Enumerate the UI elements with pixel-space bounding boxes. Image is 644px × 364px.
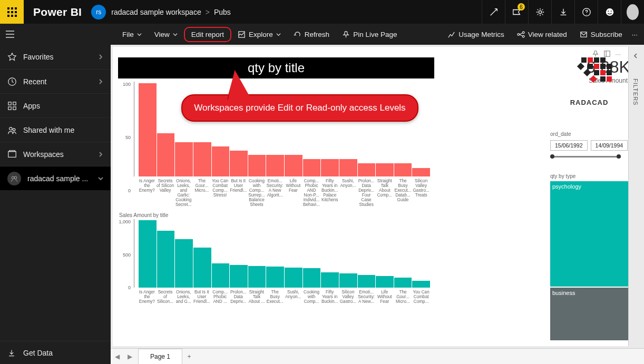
x-tick-label: The Busy Execut... bbox=[266, 290, 284, 304]
sidebar-item-workspaces[interactable]: Workspaces bbox=[0, 142, 111, 166]
bar[interactable] bbox=[139, 220, 157, 288]
bar[interactable] bbox=[157, 133, 175, 176]
sidebar-item-apps[interactable]: Apps bbox=[0, 93, 111, 117]
sidebar-item-shared[interactable]: Shared with me bbox=[0, 117, 111, 142]
svg-point-12 bbox=[608, 11, 609, 12]
bar[interactable] bbox=[139, 83, 157, 176]
x-tick-label: The Gour... Micro... bbox=[394, 290, 412, 304]
bar[interactable] bbox=[230, 265, 248, 288]
bar[interactable] bbox=[175, 239, 193, 288]
bar[interactable] bbox=[230, 151, 248, 176]
slicer-ord-date[interactable]: ord_date 15/06/1992 14/09/1994 bbox=[550, 131, 621, 158]
svg-rect-46 bbox=[607, 76, 612, 82]
svg-rect-8 bbox=[15, 15, 17, 17]
get-data-button[interactable]: Get Data bbox=[0, 341, 111, 364]
bar[interactable] bbox=[412, 281, 430, 288]
bar[interactable] bbox=[157, 231, 175, 288]
svg-rect-27 bbox=[9, 150, 15, 151]
explore-menu[interactable]: Explore bbox=[231, 27, 287, 42]
file-menu[interactable]: File bbox=[116, 27, 148, 42]
bar[interactable] bbox=[212, 146, 230, 176]
bar[interactable] bbox=[358, 275, 376, 288]
chart-sales-amount-by-title[interactable]: 1,0005000 Is Anger the Enemy?Secrets of … bbox=[118, 219, 434, 304]
tab-nav-prev[interactable]: ◀ bbox=[111, 353, 123, 360]
radacad-logo: RADACAD bbox=[558, 57, 621, 106]
svg-rect-2 bbox=[15, 7, 17, 9]
bar[interactable] bbox=[175, 142, 193, 176]
refresh-button[interactable]: Refresh bbox=[287, 27, 336, 42]
x-tick-label: Cooking with Comp... bbox=[303, 290, 320, 304]
treemap-title: qty by type bbox=[550, 173, 621, 179]
subscribe-button[interactable]: Subscribe bbox=[573, 27, 629, 42]
app-launcher-icon[interactable] bbox=[0, 0, 24, 24]
slicer-to-date[interactable]: 14/09/1994 bbox=[591, 140, 628, 151]
tab-page1[interactable]: Page 1 bbox=[138, 349, 182, 364]
pin-live-page-button[interactable]: Pin Live Page bbox=[336, 27, 403, 42]
bar[interactable] bbox=[394, 278, 412, 288]
view-menu[interactable]: View bbox=[148, 27, 184, 42]
bar[interactable] bbox=[303, 159, 321, 176]
usage-metrics-button[interactable]: Usage Metrics bbox=[441, 27, 510, 42]
bar[interactable] bbox=[212, 263, 230, 288]
bar[interactable] bbox=[339, 159, 357, 176]
svg-rect-45 bbox=[600, 76, 606, 82]
bar[interactable] bbox=[321, 159, 339, 176]
x-tick-label: Life Without Fear bbox=[376, 290, 394, 304]
bar[interactable] bbox=[394, 163, 412, 176]
bar[interactable] bbox=[303, 268, 321, 288]
svg-rect-18 bbox=[581, 32, 587, 36]
bar[interactable] bbox=[248, 155, 266, 176]
help-icon[interactable] bbox=[574, 0, 598, 24]
svg-point-24 bbox=[9, 127, 12, 130]
sidebar-item-current-workspace[interactable]: radacad sample ... bbox=[0, 166, 111, 190]
x-tick-label: Onions, Leeks, and Garlic: Cooking Secre… bbox=[174, 179, 192, 207]
feedback-icon[interactable] bbox=[598, 0, 621, 24]
svg-rect-22 bbox=[8, 106, 11, 109]
chart-qty-by-type[interactable]: qty by type psychology business trad_coo… bbox=[550, 173, 621, 320]
slicer-from-date[interactable]: 15/06/1992 bbox=[550, 140, 588, 151]
bar[interactable] bbox=[376, 163, 394, 176]
bar[interactable] bbox=[412, 168, 430, 176]
nav-sidebar: Favorites Recent Apps Shared with me Wor… bbox=[0, 45, 111, 364]
bar[interactable] bbox=[266, 267, 284, 288]
sidebar-item-favorites[interactable]: Favorites bbox=[0, 45, 111, 69]
breadcrumb-report[interactable]: Pubs bbox=[214, 8, 231, 16]
x-tick-label: Silicon Valley Gastro... Treats bbox=[412, 179, 430, 207]
svg-rect-32 bbox=[588, 57, 593, 63]
notification-icon[interactable]: 6 bbox=[505, 0, 528, 24]
tab-add-page[interactable]: + bbox=[182, 353, 196, 360]
filters-pane-toggle[interactable]: FILTERS bbox=[628, 47, 642, 346]
svg-rect-38 bbox=[600, 64, 606, 69]
logo-text: RADACAD bbox=[558, 99, 621, 106]
slicer-handle-left[interactable] bbox=[550, 154, 554, 159]
svg-point-16 bbox=[522, 31, 524, 33]
x-tick-label: The Busy Execut... Datab... Guide bbox=[394, 179, 412, 207]
breadcrumb[interactable]: radacad sample workspace > Pubs bbox=[111, 8, 231, 16]
workspace-icon bbox=[7, 172, 21, 185]
report-canvas: ··· qty by title 100500 Is Anger the Ene… bbox=[113, 47, 642, 346]
bar[interactable] bbox=[285, 268, 303, 288]
tab-nav-next[interactable]: ▶ bbox=[123, 353, 136, 360]
view-related-button[interactable]: View related bbox=[511, 27, 573, 42]
user-avatar[interactable] bbox=[627, 4, 639, 20]
x-tick-label: Straight Talk About ... bbox=[248, 290, 266, 304]
bar[interactable] bbox=[376, 276, 394, 288]
more-options-icon[interactable]: ··· bbox=[629, 27, 641, 42]
bar[interactable] bbox=[285, 155, 303, 176]
sidebar-item-recent[interactable]: Recent bbox=[0, 69, 111, 93]
bar[interactable] bbox=[266, 155, 284, 176]
breadcrumb-workspace[interactable]: radacad sample workspace bbox=[111, 8, 201, 16]
download-icon[interactable] bbox=[551, 0, 574, 24]
slicer-track[interactable] bbox=[550, 156, 621, 158]
bar[interactable] bbox=[358, 163, 376, 176]
bar[interactable] bbox=[339, 273, 357, 288]
bar[interactable] bbox=[321, 272, 339, 288]
edit-report-button[interactable]: Edit report bbox=[184, 27, 231, 42]
bar[interactable] bbox=[193, 142, 211, 176]
slicer-handle-right[interactable] bbox=[617, 154, 621, 159]
fullscreen-icon[interactable] bbox=[482, 0, 505, 24]
bar[interactable] bbox=[193, 248, 211, 288]
bar[interactable] bbox=[248, 266, 266, 288]
settings-icon[interactable] bbox=[528, 0, 551, 24]
nav-toggle-icon[interactable] bbox=[0, 31, 20, 38]
